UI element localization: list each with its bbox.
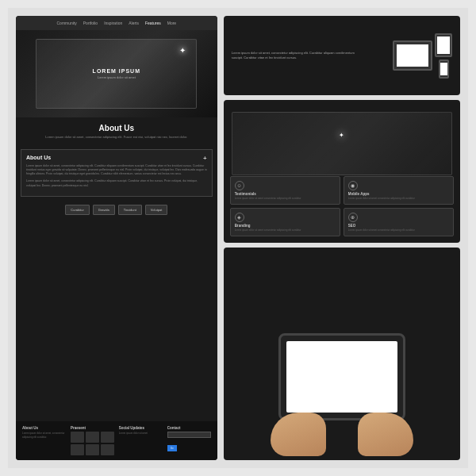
about-title: About Us xyxy=(24,124,209,132)
about-box-text2: Lorem ipsum dolor sit amet, consectetur … xyxy=(26,179,207,188)
service-branding: ◈ Branding Lorem ipsum dolor sit amet co… xyxy=(230,208,340,236)
service-testimonials-text: Lorem ipsum dolor sit amet consectetur a… xyxy=(235,197,336,200)
about-box: About Us + Lorem ipsum dolor sit amet, c… xyxy=(21,149,213,197)
mobile-apps-icon: ◉ xyxy=(348,181,358,190)
tablet-screen-small xyxy=(437,36,450,54)
footer-col-social-title: Social Updates xyxy=(119,426,163,430)
footer-col-about-title: About Us xyxy=(22,426,66,430)
btn-gravida[interactable]: Gravida xyxy=(93,205,115,215)
service-testimonials-title: Testimonials xyxy=(235,192,336,196)
right-middle-section: ✦ ☺ Testimonials Lorem ipsum dolor sit a… xyxy=(224,100,460,243)
footer-col-praesent-title: Praesent xyxy=(71,426,114,430)
footer-grid-item-6 xyxy=(101,444,114,455)
hero-text: LOREM IPSUM Lorem ipsum dolor sit amet xyxy=(93,68,140,79)
service-seo: ⊕ SEO Lorem ipsum dolor sit amet consect… xyxy=(344,208,454,236)
footer-col-contact-title: Contact xyxy=(167,426,211,430)
service-seo-text: Lorem ipsum dolor sit amet consectetur a… xyxy=(348,228,449,232)
footer-col-about: About Us Lorem ipsum dolor sit amet, con… xyxy=(22,426,66,455)
device-phone xyxy=(439,60,449,79)
hero-lorem-text: LOREM IPSUM xyxy=(93,68,140,74)
btn-volutpat[interactable]: Volutpat xyxy=(145,205,167,215)
device-tablet xyxy=(435,33,452,57)
devices-image xyxy=(373,28,452,83)
footer-grid-item-1 xyxy=(71,432,84,443)
nav-item-community[interactable]: Community xyxy=(56,21,76,25)
service-mobile-apps: ◉ Mobile Apps Lorem ipsum dolor sit amet… xyxy=(344,176,454,205)
main-container: Community Portfolio Inspiration Alerts F… xyxy=(8,8,468,468)
about-box-plus-icon: + xyxy=(203,155,207,162)
footer-email-input[interactable] xyxy=(167,432,211,438)
footer-grid-item-5 xyxy=(86,444,99,455)
nav-bar: Community Portfolio Inspiration Alerts F… xyxy=(16,16,217,30)
footer-grid-item-4 xyxy=(71,444,84,455)
btn-tincidunt[interactable]: Tincidunt xyxy=(118,205,142,215)
sparkle-right-icon: ✦ xyxy=(339,132,344,139)
tablet-screen-large xyxy=(286,341,397,413)
about-box-text1: Lorem ipsum dolor sit amet, consectetur … xyxy=(26,164,207,177)
footer-section: About Us Lorem ipsum dolor sit amet, con… xyxy=(16,421,217,460)
hero-section: ✦ LOREM IPSUM Lorem ipsum dolor sit amet xyxy=(16,30,217,117)
right-top-lorem: Lorem ipsum dolor sit amet, consectetur … xyxy=(232,51,365,61)
footer-col-social-text: Lorem ipsum dolor sit amet xyxy=(119,432,163,436)
nav-item-more[interactable]: More xyxy=(167,21,176,25)
left-panel: Community Portfolio Inspiration Alerts F… xyxy=(16,16,217,460)
hands-tablet xyxy=(224,248,460,460)
seo-icon: ⊕ xyxy=(348,213,358,222)
hands-area xyxy=(271,413,413,460)
service-seo-title: SEO xyxy=(348,224,449,228)
service-mobile-apps-title: Mobile Apps xyxy=(348,192,449,196)
about-box-title: About Us + xyxy=(26,155,207,162)
hand-left xyxy=(271,413,326,456)
phone-screen xyxy=(440,63,447,75)
service-testimonials: ☺ Testimonials Lorem ipsum dolor sit ame… xyxy=(230,176,340,205)
hero-sub-text: Lorem ipsum dolor sit amet xyxy=(93,75,140,79)
service-branding-text: Lorem ipsum dolor sit amet consectetur a… xyxy=(235,228,336,232)
footer-col-social: Social Updates Lorem ipsum dolor sit ame… xyxy=(119,426,163,455)
sparkle-icon: ✦ xyxy=(179,46,186,55)
glass-panel-right xyxy=(232,112,452,175)
right-bottom-section xyxy=(224,248,460,460)
right-panel: Lorem ipsum dolor sit amet, consectetur … xyxy=(224,16,460,460)
about-subtitle: Lorem ipsum dolor sit amet, consectetur … xyxy=(24,135,209,140)
right-top-section: Lorem ipsum dolor sit amet, consectetur … xyxy=(224,16,460,95)
footer-col-about-text: Lorem ipsum dolor sit amet, consectetur … xyxy=(22,432,66,439)
service-mobile-apps-text: Lorem ipsum dolor sit amet consectetur a… xyxy=(348,197,449,200)
footer-submit-btn[interactable]: Go xyxy=(167,445,177,451)
about-section: About Us Lorem ipsum dolor sit amet, con… xyxy=(16,117,217,146)
services-grid: ☺ Testimonials Lorem ipsum dolor sit ame… xyxy=(230,176,454,236)
tablet-device-large xyxy=(278,333,405,420)
right-top-text: Lorem ipsum dolor sit amet, consectetur … xyxy=(232,51,365,61)
footer-col-contact: Contact Go xyxy=(167,426,211,455)
nav-item-alerts[interactable]: Alerts xyxy=(129,21,139,25)
nav-item-features[interactable]: Features xyxy=(145,21,161,25)
hand-right xyxy=(358,413,413,456)
footer-grid-item-2 xyxy=(86,432,99,443)
device-monitor xyxy=(393,40,432,71)
branding-icon: ◈ xyxy=(235,213,244,222)
nav-item-inspiration[interactable]: Inspiration xyxy=(104,21,122,25)
footer-grid-item-3 xyxy=(101,432,114,443)
nav-item-portfolio[interactable]: Portfolio xyxy=(83,21,98,25)
footer-grid xyxy=(71,432,114,455)
service-branding-title: Branding xyxy=(235,224,336,228)
testimonials-icon: ☺ xyxy=(235,181,244,190)
footer-col-praesent: Praesent xyxy=(71,426,114,455)
buttons-row: Curabitur Gravida Tincidunt Volutpat xyxy=(16,200,217,220)
btn-curabitur[interactable]: Curabitur xyxy=(65,205,89,215)
monitor-screen xyxy=(397,44,428,67)
